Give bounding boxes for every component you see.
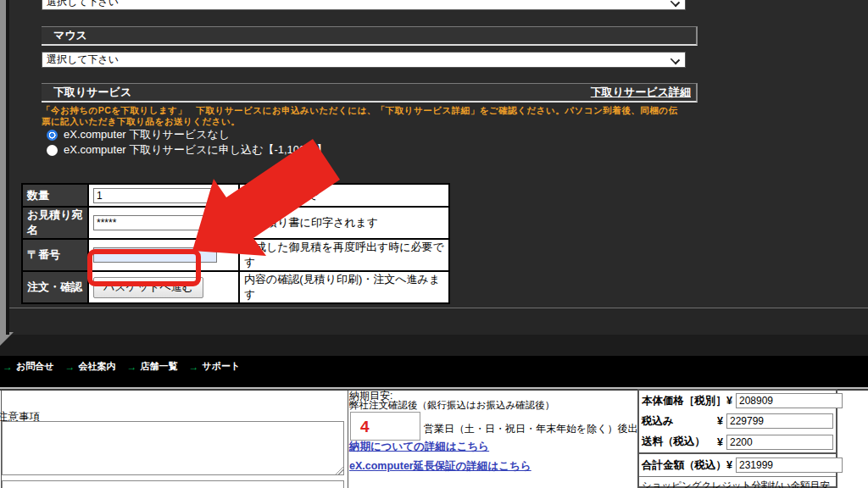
table-row: 〒番号 作成した御見積を再度呼出す時に必要です (22, 239, 449, 271)
green-arrow-icon: → (127, 361, 137, 373)
resize-grip-icon[interactable] (336, 467, 343, 474)
delivery-detail-link[interactable]: 納期についての詳細はこちら (349, 440, 489, 454)
warranty-detail-link[interactable]: eX.computer延長保証の詳細はこちら (349, 459, 531, 474)
addressee-input[interactable] (93, 215, 219, 230)
section-header-tradein: 下取りサービス 下取りサービス詳細 (42, 83, 698, 103)
row-label-addressee: お見積り宛名 (22, 207, 88, 239)
footer-link-company[interactable]: → 会社案内 (65, 360, 116, 373)
price-row-base: 本体価格［税別］ ¥ (639, 391, 836, 411)
notes-textarea[interactable] (2, 421, 344, 475)
addressee-note: お見積り書に印字されます (239, 207, 449, 239)
radio-selected-icon[interactable] (47, 130, 58, 141)
footer-link-support[interactable]: → サポート (189, 360, 241, 373)
tradein-radio-none-row[interactable]: eX.computer 下取りサービスなし (47, 128, 230, 141)
order-table: 数量 1台〜99台まで お見積り宛名 お見積り書に印字されます 〒番号 作成した… (21, 183, 450, 304)
option-select-top-value: 選択して下さい (47, 0, 119, 9)
radio-unselected-icon[interactable] (47, 145, 58, 156)
secondary-textarea[interactable] (2, 480, 344, 488)
yen-symbol: ¥ (717, 436, 723, 448)
mouse-select[interactable]: 選択して下さい (42, 52, 686, 68)
row-label-confirm: 注文・確認 (22, 271, 88, 303)
confirm-note: 内容の確認(見積り印刷)・注文へ進みます (239, 271, 449, 303)
price-row-total: 合計金額（税込） ¥ (639, 454, 836, 477)
yen-symbol: ¥ (717, 415, 723, 427)
footer-link-stores[interactable]: → 店舗一覧 (127, 360, 178, 373)
table-row: 数量 1台〜99台まで (22, 184, 449, 207)
page: 選択して下さい マウス 選択して下さい 下取りサービス 下取りサービス詳細 「今… (0, 0, 868, 488)
estimate-summary-section: 注意事項 納期目安: 弊社注文確認後（銀行振込はお振込み確認後） 4 営業日（土… (0, 387, 868, 488)
column-divider (348, 391, 348, 488)
price-row-shipping: 送料（税込） ¥ (639, 431, 836, 454)
section-title-tradein: 下取りサービス (53, 85, 131, 100)
tradein-radio-apply-row[interactable]: eX.computer 下取りサービスに申し込む【-1,100円】 (47, 143, 327, 157)
table-row: お見積り宛名 お見積り書に印字されます (22, 207, 449, 239)
green-arrow-icon: → (3, 361, 13, 373)
chevron-down-icon (670, 0, 680, 7)
quantity-input[interactable] (93, 188, 219, 203)
tradein-detail-link[interactable]: 下取りサービス詳細 (591, 85, 691, 100)
green-arrow-icon: → (189, 361, 199, 373)
yen-symbol: ¥ (726, 395, 732, 407)
delivery-line1: 弊社注文確認後（銀行振込はお振込み確認後） (349, 399, 554, 412)
section-header-mouse: マウス (42, 26, 698, 46)
credit-note: ショッピングクレジット分割払い金額目安 (639, 477, 836, 488)
tradein-radio-none-label: eX.computer 下取りサービスなし (64, 127, 230, 142)
mouse-select-value: 選択して下さい (47, 53, 119, 67)
base-price-input[interactable] (736, 393, 843, 408)
footer-bar: → お問合せ → 会社案内 → 店舗一覧 → サポート (0, 356, 868, 387)
delivery-days-box: 4 (350, 412, 420, 441)
row-label-quantity: 数量 (22, 184, 88, 207)
quantity-note: 1台〜99台まで (239, 184, 449, 207)
yen-symbol: ¥ (726, 459, 732, 471)
total-price-input[interactable] (736, 458, 843, 473)
delivery-days-value: 4 (360, 418, 370, 436)
panel-left-border (6, 0, 9, 335)
proceed-to-basket-button[interactable]: バスケットへ進む (93, 277, 203, 298)
chevron-down-icon (670, 55, 680, 64)
row-label-zipcode: 〒番号 (22, 239, 88, 271)
delivery-line2: 営業日（土・日・祝日・年末年始を除く）後出荷予定 (424, 422, 669, 436)
tradein-notice-text: 「今お持ちのPCを下取りします」 下取りサービスにお申込みいただくには、「下取り… (42, 105, 686, 127)
panel-shadow (0, 335, 868, 356)
page-left-margin (0, 0, 6, 332)
zipcode-note: 作成した御見積を再度呼出す時に必要です (239, 239, 449, 271)
green-arrow-icon: → (65, 361, 75, 373)
footer-link-contact[interactable]: → お問合せ (3, 360, 54, 373)
zipcode-input[interactable] (93, 247, 217, 263)
price-table: 本体価格［税別］ ¥ 税込み ¥ 送料（税込） ¥ 合計金額（税込） ¥ ショッ… (637, 389, 837, 488)
tax-included-input[interactable] (726, 413, 833, 429)
tradein-radio-apply-label: eX.computer 下取りサービスに申し込む【-1,100円】 (64, 142, 327, 158)
panel-bottom-edge (0, 308, 868, 336)
footer-nav: → お問合せ → 会社案内 → 店舗一覧 → サポート (3, 360, 240, 373)
shipping-input[interactable] (726, 435, 833, 450)
section-title-mouse: マウス (53, 28, 87, 43)
table-row: 注文・確認 バスケットへ進む 内容の確認(見積り印刷)・注文へ進みます (22, 271, 449, 303)
option-select-top[interactable]: 選択して下さい (42, 0, 686, 10)
price-row-taxincl: 税込み ¥ (639, 411, 836, 431)
